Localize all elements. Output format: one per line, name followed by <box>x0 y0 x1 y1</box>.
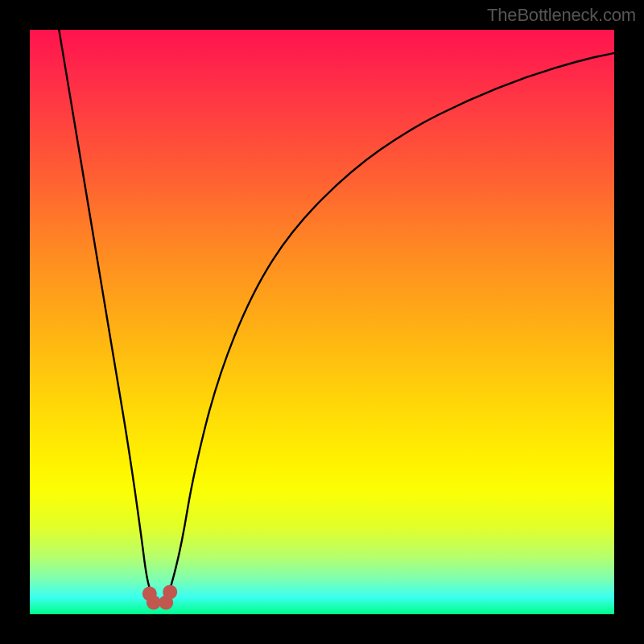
valley-marker-right <box>163 584 177 599</box>
bottleneck-curve <box>59 30 614 603</box>
chart-frame: TheBottleneck.com <box>0 0 644 644</box>
valley-markers <box>142 584 177 609</box>
watermark-text: TheBottleneck.com <box>487 5 636 26</box>
plot-area <box>30 30 614 614</box>
chart-svg <box>30 30 614 614</box>
